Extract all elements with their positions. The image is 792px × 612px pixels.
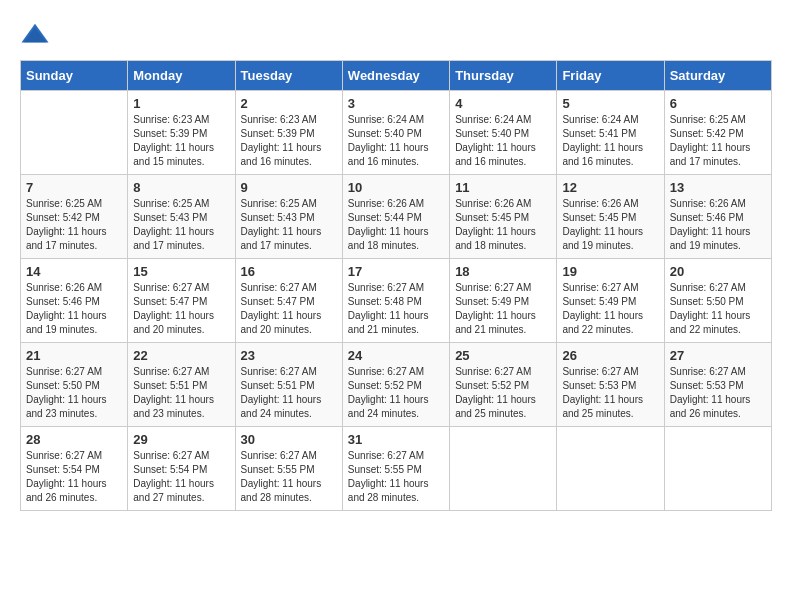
day-detail: Sunrise: 6:25 AMSunset: 5:43 PMDaylight:… <box>133 197 229 253</box>
day-detail: Sunrise: 6:27 AMSunset: 5:54 PMDaylight:… <box>133 449 229 505</box>
calendar-cell <box>557 427 664 511</box>
day-detail: Sunrise: 6:27 AMSunset: 5:54 PMDaylight:… <box>26 449 122 505</box>
calendar-week-1: 1Sunrise: 6:23 AMSunset: 5:39 PMDaylight… <box>21 91 772 175</box>
day-number: 14 <box>26 264 122 279</box>
logo <box>20 20 54 50</box>
calendar-cell: 23Sunrise: 6:27 AMSunset: 5:51 PMDayligh… <box>235 343 342 427</box>
calendar-week-2: 7Sunrise: 6:25 AMSunset: 5:42 PMDaylight… <box>21 175 772 259</box>
calendar-cell: 20Sunrise: 6:27 AMSunset: 5:50 PMDayligh… <box>664 259 771 343</box>
header-friday: Friday <box>557 61 664 91</box>
calendar-cell: 24Sunrise: 6:27 AMSunset: 5:52 PMDayligh… <box>342 343 449 427</box>
calendar-week-3: 14Sunrise: 6:26 AMSunset: 5:46 PMDayligh… <box>21 259 772 343</box>
day-detail: Sunrise: 6:24 AMSunset: 5:40 PMDaylight:… <box>348 113 444 169</box>
day-detail: Sunrise: 6:27 AMSunset: 5:49 PMDaylight:… <box>562 281 658 337</box>
day-detail: Sunrise: 6:26 AMSunset: 5:45 PMDaylight:… <box>562 197 658 253</box>
day-number: 4 <box>455 96 551 111</box>
calendar-cell: 21Sunrise: 6:27 AMSunset: 5:50 PMDayligh… <box>21 343 128 427</box>
day-detail: Sunrise: 6:27 AMSunset: 5:50 PMDaylight:… <box>670 281 766 337</box>
day-detail: Sunrise: 6:26 AMSunset: 5:44 PMDaylight:… <box>348 197 444 253</box>
calendar-cell: 9Sunrise: 6:25 AMSunset: 5:43 PMDaylight… <box>235 175 342 259</box>
day-detail: Sunrise: 6:26 AMSunset: 5:46 PMDaylight:… <box>670 197 766 253</box>
day-detail: Sunrise: 6:25 AMSunset: 5:42 PMDaylight:… <box>670 113 766 169</box>
day-number: 19 <box>562 264 658 279</box>
calendar-cell: 31Sunrise: 6:27 AMSunset: 5:55 PMDayligh… <box>342 427 449 511</box>
calendar-cell: 19Sunrise: 6:27 AMSunset: 5:49 PMDayligh… <box>557 259 664 343</box>
day-number: 16 <box>241 264 337 279</box>
calendar-cell: 26Sunrise: 6:27 AMSunset: 5:53 PMDayligh… <box>557 343 664 427</box>
day-detail: Sunrise: 6:26 AMSunset: 5:45 PMDaylight:… <box>455 197 551 253</box>
day-detail: Sunrise: 6:27 AMSunset: 5:55 PMDaylight:… <box>348 449 444 505</box>
day-detail: Sunrise: 6:24 AMSunset: 5:41 PMDaylight:… <box>562 113 658 169</box>
calendar-cell: 30Sunrise: 6:27 AMSunset: 5:55 PMDayligh… <box>235 427 342 511</box>
header-wednesday: Wednesday <box>342 61 449 91</box>
calendar-cell: 14Sunrise: 6:26 AMSunset: 5:46 PMDayligh… <box>21 259 128 343</box>
day-detail: Sunrise: 6:27 AMSunset: 5:52 PMDaylight:… <box>348 365 444 421</box>
day-number: 28 <box>26 432 122 447</box>
calendar-cell: 13Sunrise: 6:26 AMSunset: 5:46 PMDayligh… <box>664 175 771 259</box>
day-detail: Sunrise: 6:27 AMSunset: 5:55 PMDaylight:… <box>241 449 337 505</box>
day-number: 29 <box>133 432 229 447</box>
calendar-cell: 1Sunrise: 6:23 AMSunset: 5:39 PMDaylight… <box>128 91 235 175</box>
day-detail: Sunrise: 6:27 AMSunset: 5:47 PMDaylight:… <box>133 281 229 337</box>
day-detail: Sunrise: 6:27 AMSunset: 5:50 PMDaylight:… <box>26 365 122 421</box>
day-detail: Sunrise: 6:25 AMSunset: 5:43 PMDaylight:… <box>241 197 337 253</box>
calendar-cell: 7Sunrise: 6:25 AMSunset: 5:42 PMDaylight… <box>21 175 128 259</box>
day-number: 26 <box>562 348 658 363</box>
day-number: 27 <box>670 348 766 363</box>
calendar-cell: 17Sunrise: 6:27 AMSunset: 5:48 PMDayligh… <box>342 259 449 343</box>
day-detail: Sunrise: 6:27 AMSunset: 5:52 PMDaylight:… <box>455 365 551 421</box>
calendar-cell <box>664 427 771 511</box>
day-number: 22 <box>133 348 229 363</box>
day-number: 20 <box>670 264 766 279</box>
calendar-cell <box>450 427 557 511</box>
day-detail: Sunrise: 6:27 AMSunset: 5:53 PMDaylight:… <box>562 365 658 421</box>
calendar-cell: 4Sunrise: 6:24 AMSunset: 5:40 PMDaylight… <box>450 91 557 175</box>
calendar-cell: 29Sunrise: 6:27 AMSunset: 5:54 PMDayligh… <box>128 427 235 511</box>
day-number: 9 <box>241 180 337 195</box>
day-detail: Sunrise: 6:23 AMSunset: 5:39 PMDaylight:… <box>133 113 229 169</box>
logo-icon <box>20 20 50 50</box>
day-number: 12 <box>562 180 658 195</box>
day-detail: Sunrise: 6:26 AMSunset: 5:46 PMDaylight:… <box>26 281 122 337</box>
day-detail: Sunrise: 6:27 AMSunset: 5:47 PMDaylight:… <box>241 281 337 337</box>
header-saturday: Saturday <box>664 61 771 91</box>
header-thursday: Thursday <box>450 61 557 91</box>
day-number: 7 <box>26 180 122 195</box>
calendar-cell: 3Sunrise: 6:24 AMSunset: 5:40 PMDaylight… <box>342 91 449 175</box>
calendar-header-row: SundayMondayTuesdayWednesdayThursdayFrid… <box>21 61 772 91</box>
day-number: 11 <box>455 180 551 195</box>
calendar-week-4: 21Sunrise: 6:27 AMSunset: 5:50 PMDayligh… <box>21 343 772 427</box>
day-number: 31 <box>348 432 444 447</box>
calendar-cell <box>21 91 128 175</box>
day-detail: Sunrise: 6:27 AMSunset: 5:48 PMDaylight:… <box>348 281 444 337</box>
page-header <box>20 20 772 50</box>
calendar-cell: 22Sunrise: 6:27 AMSunset: 5:51 PMDayligh… <box>128 343 235 427</box>
day-number: 2 <box>241 96 337 111</box>
day-number: 24 <box>348 348 444 363</box>
day-detail: Sunrise: 6:27 AMSunset: 5:51 PMDaylight:… <box>241 365 337 421</box>
header-tuesday: Tuesday <box>235 61 342 91</box>
day-number: 17 <box>348 264 444 279</box>
day-detail: Sunrise: 6:23 AMSunset: 5:39 PMDaylight:… <box>241 113 337 169</box>
day-detail: Sunrise: 6:27 AMSunset: 5:51 PMDaylight:… <box>133 365 229 421</box>
day-number: 8 <box>133 180 229 195</box>
day-number: 1 <box>133 96 229 111</box>
calendar-cell: 5Sunrise: 6:24 AMSunset: 5:41 PMDaylight… <box>557 91 664 175</box>
calendar-cell: 8Sunrise: 6:25 AMSunset: 5:43 PMDaylight… <box>128 175 235 259</box>
calendar-cell: 15Sunrise: 6:27 AMSunset: 5:47 PMDayligh… <box>128 259 235 343</box>
day-detail: Sunrise: 6:25 AMSunset: 5:42 PMDaylight:… <box>26 197 122 253</box>
calendar-cell: 25Sunrise: 6:27 AMSunset: 5:52 PMDayligh… <box>450 343 557 427</box>
calendar-cell: 11Sunrise: 6:26 AMSunset: 5:45 PMDayligh… <box>450 175 557 259</box>
header-monday: Monday <box>128 61 235 91</box>
day-number: 21 <box>26 348 122 363</box>
day-number: 25 <box>455 348 551 363</box>
day-detail: Sunrise: 6:24 AMSunset: 5:40 PMDaylight:… <box>455 113 551 169</box>
calendar-cell: 28Sunrise: 6:27 AMSunset: 5:54 PMDayligh… <box>21 427 128 511</box>
header-sunday: Sunday <box>21 61 128 91</box>
day-detail: Sunrise: 6:27 AMSunset: 5:53 PMDaylight:… <box>670 365 766 421</box>
day-number: 3 <box>348 96 444 111</box>
calendar-cell: 10Sunrise: 6:26 AMSunset: 5:44 PMDayligh… <box>342 175 449 259</box>
calendar-cell: 12Sunrise: 6:26 AMSunset: 5:45 PMDayligh… <box>557 175 664 259</box>
calendar-table: SundayMondayTuesdayWednesdayThursdayFrid… <box>20 60 772 511</box>
day-number: 5 <box>562 96 658 111</box>
